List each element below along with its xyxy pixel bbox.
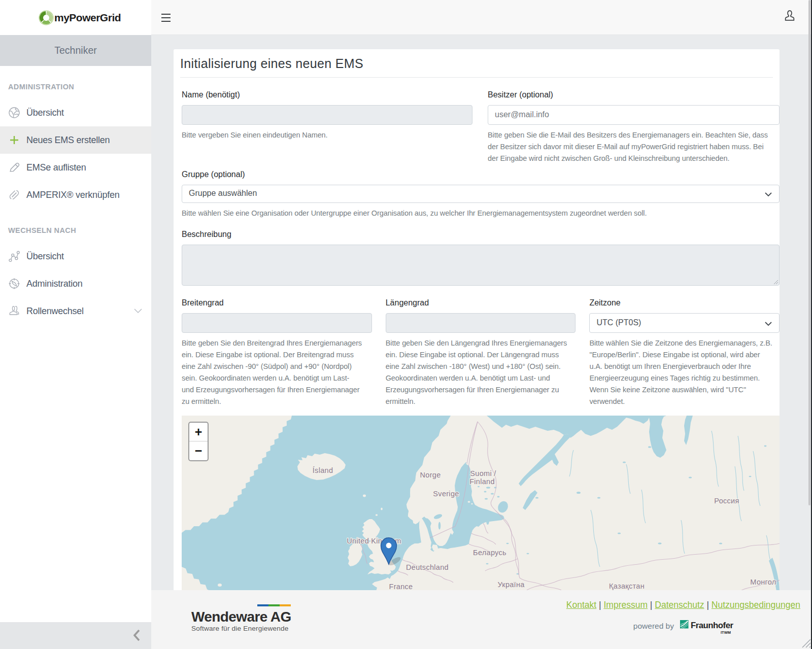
svg-text:Deutschland: Deutschland [406, 563, 449, 571]
svg-text:Беларусь: Беларусь [473, 549, 506, 557]
svg-text:Қазақстан: Қазақстан [609, 582, 645, 590]
svg-text:Suomi /: Suomi / [470, 469, 496, 477]
svg-text:Norge: Norge [420, 471, 441, 479]
svg-text:ITWM: ITWM [721, 630, 731, 635]
svg-text:Россия: Россия [714, 497, 739, 505]
svg-text:Sverige: Sverige [433, 490, 459, 498]
svg-text:Україна: Україна [497, 580, 525, 589]
svg-text:Ísland: Ísland [313, 466, 333, 474]
svg-text:Finland: Finland [469, 477, 495, 486]
svg-text:France: France [389, 583, 413, 591]
svg-text:Fraunhofer: Fraunhofer [691, 621, 734, 630]
svg-text:Монгол: Монгол [750, 578, 776, 586]
